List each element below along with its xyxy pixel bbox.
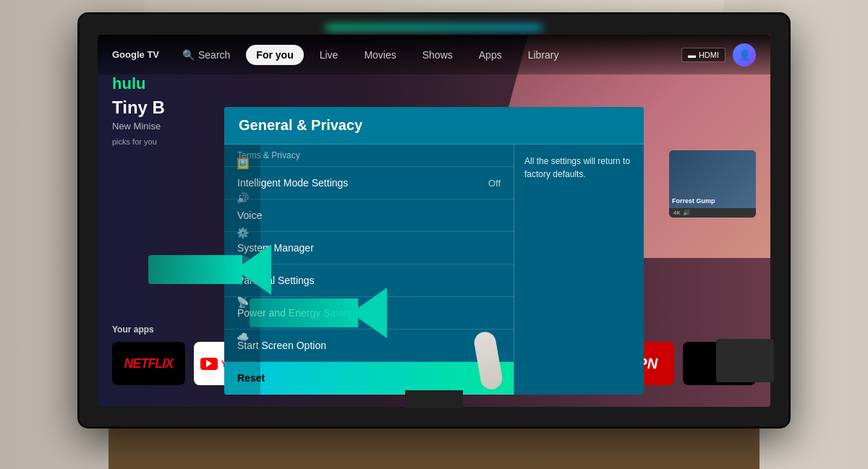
- hdmi-badge: ▬ HDMI: [681, 48, 726, 62]
- content-title: Tiny B: [112, 98, 165, 118]
- intelligent-mode-value: Off: [488, 178, 501, 189]
- search-icon: 🔍: [182, 49, 195, 61]
- movie-card-badge-text: 4K: [673, 210, 681, 216]
- nav-live-label: Live: [320, 49, 339, 61]
- sidebar-icon-audio[interactable]: 🔊: [231, 186, 254, 210]
- tv-base: [333, 408, 535, 419]
- tv-ambient-light: [326, 25, 542, 30]
- youtube-play-icon: [206, 360, 212, 367]
- settings-content-area: 🖼️ 🔊 ⚙️ 🔧 📡 ☁️ Terms & Privacy Intellige…: [224, 145, 644, 395]
- tv-frame: Google TV 🔍 Search For you Live Movies S…: [80, 14, 788, 426]
- nav-library-label: Library: [528, 49, 559, 61]
- app-netflix[interactable]: NETFLIX: [112, 342, 185, 385]
- nav-shows-label: Shows: [422, 49, 453, 61]
- netflix-label: NETFLIX: [124, 356, 173, 371]
- nav-for-you-label: For you: [256, 49, 293, 61]
- settings-description: All the settings will return to factory …: [514, 145, 644, 395]
- tv-screen: Google TV 🔍 Search For you Live Movies S…: [98, 35, 770, 407]
- nav-for-you[interactable]: For you: [246, 45, 303, 65]
- settings-intelligent-mode[interactable]: Intelligent Mode Settings Off: [224, 167, 514, 199]
- settings-panel: General & Privacy 🖼️ 🔊 ⚙️ 🔧 📡 ☁️ Terms &…: [224, 107, 644, 395]
- hdmi-label: HDMI: [699, 51, 719, 59]
- settings-voice[interactable]: Voice: [224, 199, 514, 232]
- movie-card-title: Forrest Gump: [672, 197, 715, 205]
- youtube-icon: [200, 358, 218, 370]
- nav-apps[interactable]: Apps: [469, 45, 512, 65]
- featured-content: hulu Tiny B New Minise picks for you: [112, 74, 165, 146]
- google-tv-brand: Google TV: [112, 49, 159, 60]
- nav-search-label: Search: [198, 49, 230, 61]
- sidebar-icon-connect[interactable]: ⚙️: [231, 221, 254, 244]
- settings-terms-item[interactable]: Terms & Privacy: [224, 145, 514, 167]
- nav-shows[interactable]: Shows: [412, 45, 463, 65]
- nav-live[interactable]: Live: [310, 45, 349, 65]
- avatar-icon: 👤: [739, 49, 751, 61]
- movie-card-badge: 4K 🔊: [669, 208, 756, 218]
- settings-title: General & Privacy: [239, 117, 362, 133]
- nav-apps-label: Apps: [479, 49, 502, 61]
- nav-search[interactable]: 🔍 Search: [172, 45, 240, 65]
- nav-movies[interactable]: Movies: [354, 45, 406, 65]
- arrow-indicator-bottom: [242, 280, 387, 345]
- profile-avatar[interactable]: 👤: [733, 43, 756, 66]
- tv-navigation: Google TV 🔍 Search For you Live Movies S…: [98, 35, 770, 74]
- audio-icon: 🔊: [683, 210, 690, 216]
- device-box: [716, 339, 774, 382]
- hdmi-icon: ▬: [688, 51, 696, 59]
- nav-movies-label: Movies: [364, 49, 396, 61]
- settings-desc-text: All the settings will return to factory …: [524, 156, 630, 179]
- movie-card-image: Forrest Gump: [669, 150, 756, 208]
- nav-right-area: ▬ HDMI 👤: [681, 43, 756, 66]
- settings-header: General & Privacy: [224, 107, 644, 145]
- forrest-gump-card[interactable]: Forrest Gump 4K 🔊: [669, 150, 756, 218]
- content-subtitle: New Minise: [112, 121, 165, 132]
- bottom-arrow-shape: [242, 280, 387, 345]
- hulu-logo: hulu: [112, 74, 165, 93]
- picks-label: picks for you: [112, 137, 165, 146]
- settings-reset[interactable]: Reset: [224, 362, 514, 395]
- nav-library[interactable]: Library: [518, 45, 569, 65]
- sidebar-icon-image[interactable]: 🖼️: [231, 152, 254, 175]
